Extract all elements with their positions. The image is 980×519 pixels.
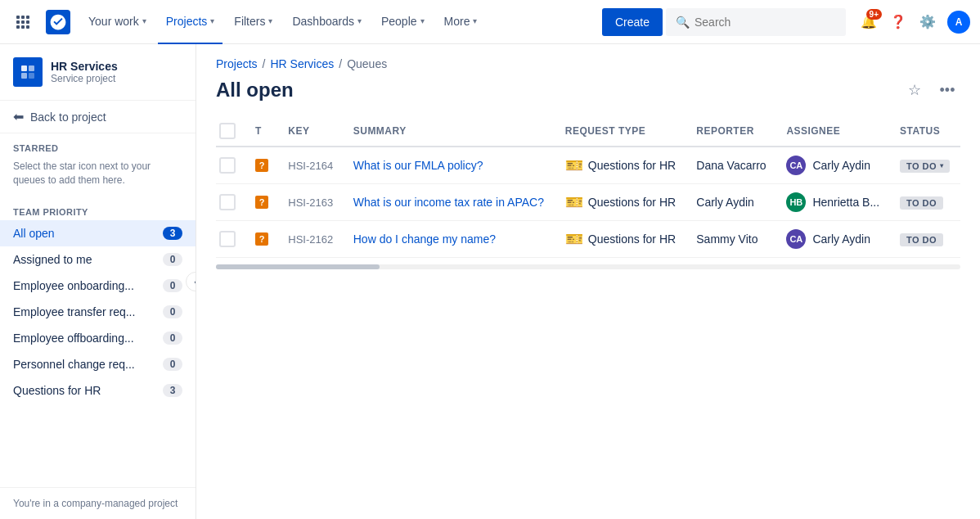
- notifications-button[interactable]: 🔔 9+: [856, 9, 882, 35]
- svg-rect-3: [16, 20, 20, 24]
- scrollbar-thumb[interactable]: [216, 264, 380, 269]
- table-row: ? HSI-2163 What is our income tax rate i…: [216, 184, 960, 221]
- breadcrumb-queues: Queues: [347, 57, 387, 70]
- row-request-type-cell: 🎫 Questions for HR: [555, 184, 687, 221]
- col-reporter: Reporter: [686, 116, 776, 147]
- sidebar-item-employee-transfer-req[interactable]: Employee transfer req... 0: [0, 299, 196, 325]
- svg-rect-6: [16, 25, 20, 29]
- issue-key[interactable]: HSI-2163: [288, 196, 333, 209]
- col-key: Key: [278, 116, 343, 147]
- sidebar-item-label: Questions for HR: [13, 384, 101, 397]
- svg-rect-4: [21, 20, 25, 24]
- sidebar-item-label: Assigned to me: [13, 253, 92, 266]
- row-checkbox[interactable]: [219, 194, 236, 210]
- back-icon: ⬅: [13, 109, 24, 124]
- row-checkbox-cell: [216, 184, 245, 221]
- sidebar-item-label: All open: [13, 227, 55, 240]
- team-priority-section-label: TEAM PRIORITY: [0, 197, 196, 220]
- issue-summary[interactable]: How do I change my name?: [353, 232, 496, 246]
- search-input[interactable]: [695, 16, 825, 29]
- issue-key[interactable]: HSI-2162: [288, 233, 333, 246]
- scrollbar-track[interactable]: [216, 264, 960, 269]
- notification-badge: 9+: [866, 9, 882, 20]
- row-request-type-cell: 🎫 Questions for HR: [555, 221, 687, 258]
- status-badge[interactable]: TO DO ▾: [900, 160, 950, 173]
- sidebar-item-all-open[interactable]: All open 3: [0, 220, 196, 246]
- topnav-icons: 🔔 9+ ❓ ⚙️ A: [856, 9, 970, 35]
- sidebar-item-label: Employee onboarding...: [13, 279, 134, 292]
- row-type-cell: ?: [245, 147, 278, 184]
- sidebar-item-count: 0: [163, 253, 182, 266]
- request-type-label: Questions for HR: [588, 196, 676, 209]
- sidebar-item-employee-offboarding[interactable]: Employee offboarding... 0: [0, 325, 196, 351]
- col-type: T: [245, 116, 278, 147]
- svg-rect-0: [16, 16, 20, 19]
- sidebar-project-header: HR Services Service project: [0, 44, 196, 101]
- help-button[interactable]: ❓: [885, 9, 911, 35]
- issues-table-wrap: T Key Summary Request Type Reporter Assi…: [196, 116, 980, 258]
- assignee-avatar: CA: [786, 229, 806, 249]
- sidebar-item-count: 3: [163, 227, 182, 240]
- nav-your-work[interactable]: Your work ▾: [80, 0, 155, 44]
- assignee: HB Henrietta B...: [786, 192, 880, 212]
- sidebar-item-questions-for-hr[interactable]: Questions for HR 3: [0, 377, 196, 404]
- app-logo[interactable]: [46, 10, 70, 34]
- col-request-type: Request Type: [555, 116, 687, 147]
- sidebar-item-employee-onboarding[interactable]: Employee onboarding... 0: [0, 273, 196, 299]
- status-badge[interactable]: TO DO: [900, 196, 943, 210]
- row-summary-cell: What is our income tax rate in APAC?: [344, 184, 555, 221]
- row-key-cell: HSI-2164: [278, 147, 343, 184]
- svg-rect-7: [21, 25, 25, 29]
- sidebar-item-assigned-to-me[interactable]: Assigned to me 0: [0, 246, 196, 273]
- nav-dashboards[interactable]: Dashboards ▾: [284, 0, 370, 44]
- sidebar-item-personnel-change-req[interactable]: Personnel change req... 0: [0, 351, 196, 377]
- search-bar[interactable]: 🔍: [666, 8, 846, 36]
- nav-more[interactable]: More ▾: [436, 0, 486, 44]
- svg-rect-11: [29, 65, 34, 71]
- more-options-button[interactable]: •••: [934, 77, 960, 103]
- nav-people[interactable]: People ▾: [373, 0, 433, 44]
- sidebar: HR Services Service project ⬅ Back to pr…: [0, 44, 196, 519]
- page-actions: ☆ •••: [901, 77, 960, 103]
- select-all-checkbox[interactable]: [219, 123, 236, 139]
- reporter-name: Carly Aydin: [696, 196, 754, 209]
- row-checkbox-cell: [216, 221, 245, 258]
- row-summary-cell: How do I change my name?: [344, 221, 555, 258]
- back-to-project-button[interactable]: ⬅ Back to project: [0, 101, 196, 133]
- sidebar-items-list: All open 3 Assigned to me 0 Employee onb…: [0, 220, 196, 404]
- row-summary-cell: What is our FMLA policy?: [344, 147, 555, 184]
- star-button[interactable]: ☆: [901, 77, 928, 103]
- row-assignee-cell: CA Carly Aydin: [776, 147, 890, 184]
- avatar[interactable]: A: [947, 11, 970, 34]
- svg-rect-9: [46, 10, 70, 34]
- breadcrumb-projects[interactable]: Projects: [216, 57, 258, 70]
- settings-button[interactable]: ⚙️: [915, 9, 941, 35]
- sidebar-item-count: 0: [163, 332, 182, 345]
- issue-type-icon: ?: [255, 159, 268, 172]
- issue-summary[interactable]: What is our income tax rate in APAC?: [353, 196, 544, 209]
- row-reporter-cell: Dana Vacarro: [686, 147, 776, 184]
- breadcrumb-hr-services[interactable]: HR Services: [270, 57, 334, 70]
- row-checkbox[interactable]: [219, 157, 236, 174]
- sidebar-footer: You're in a company-managed project: [0, 487, 196, 519]
- row-checkbox[interactable]: [219, 231, 236, 247]
- create-button[interactable]: Create: [602, 8, 663, 36]
- issues-tbody: ? HSI-2164 What is our FMLA policy? 🎫 Qu…: [216, 147, 960, 258]
- status-dropdown-arrow: ▾: [940, 162, 943, 169]
- top-navigation: Your work ▾ Projects ▾ Filters ▾ Dashboa…: [0, 0, 980, 44]
- status-badge[interactable]: TO DO: [900, 233, 943, 246]
- svg-rect-13: [29, 73, 34, 79]
- row-checkbox-cell: [216, 147, 245, 184]
- nav-filters[interactable]: Filters ▾: [226, 0, 281, 44]
- nav-projects[interactable]: Projects ▾: [158, 0, 223, 44]
- issue-summary[interactable]: What is our FMLA policy?: [353, 159, 483, 172]
- row-type-cell: ?: [245, 221, 278, 258]
- grid-menu-icon[interactable]: [10, 9, 36, 35]
- assignee: CA Carly Aydin: [786, 156, 880, 175]
- assignee-name: Henrietta B...: [812, 196, 879, 209]
- request-type: 🎫 Questions for HR: [565, 156, 677, 174]
- issue-key[interactable]: HSI-2164: [288, 160, 333, 172]
- table-row: ? HSI-2164 What is our FMLA policy? 🎫 Qu…: [216, 147, 960, 184]
- page-header: All open ☆ •••: [196, 70, 980, 116]
- sidebar-item-label: Employee transfer req...: [13, 305, 135, 318]
